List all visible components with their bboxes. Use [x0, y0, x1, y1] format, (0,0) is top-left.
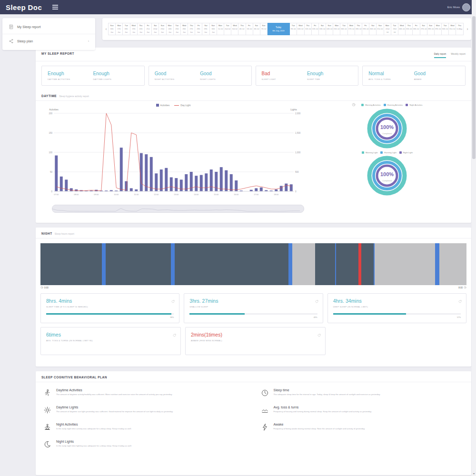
tab-weekly-report[interactable]: Weekly report [451, 52, 466, 58]
stat-label: DEEP SLEEP (IN NORMAL LIMIT) [333, 306, 461, 308]
date-cell[interactable]: Wed31st Jul [449, 23, 456, 35]
plan-item-daytime-lights: Daytime Lights The amount of daytime sun… [42, 402, 248, 419]
summary-metric: Good NIGHT LIGHTS [200, 71, 245, 80]
date-cell[interactable]: Sun21st Jul [377, 23, 384, 35]
date-cell[interactable]: Thu4th Jul [238, 23, 246, 35]
scroll-down-icon[interactable]: ⌄ [472, 471, 476, 475]
date-cell[interactable]: Wed17th Jul [348, 23, 355, 35]
date-cell[interactable]: Tue2nd Jul [224, 23, 231, 35]
summary-metric: Normal AVG. TOSS & TURNS [368, 71, 414, 80]
date-cell[interactable]: Sun16th Jun [108, 23, 116, 35]
date-cell-today[interactable]: Today8th July, 2019 [268, 23, 290, 35]
summary-label: DAYTIME LIGHTS [93, 78, 138, 80]
lights-donut-block: Morning Light Evening Light Night Light … [362, 151, 413, 197]
date-cell[interactable]: Sat29th Jun [202, 23, 209, 35]
plan-item-desc: In the early night time lighting was ade… [56, 445, 132, 447]
date-cell[interactable]: Thu1st Aug [456, 23, 463, 35]
svg-text:10:00: 10:00 [114, 193, 119, 196]
date-cell[interactable]: Thu25th Jul [406, 23, 413, 35]
date-cell[interactable]: Sun28th Jul [427, 23, 435, 35]
date-cell[interactable]: Tue16th Jul [340, 23, 347, 35]
date-cell[interactable]: Thu27th Jun [188, 23, 195, 35]
summary-card: Enough DAYTIME ACTIVITIES Enough DAYTIME… [41, 66, 145, 86]
date-cell[interactable]: Thu20th Jun [138, 23, 145, 35]
hamburger-menu-icon[interactable] [52, 4, 58, 11]
date-cell[interactable]: Mon22nd Jul [384, 23, 391, 35]
svg-text:200: 200 [49, 112, 52, 115]
date-cell[interactable]: Sun7th Jul [260, 23, 268, 35]
date-cell[interactable]: Fri26th Jul [413, 23, 420, 35]
date-cell[interactable]: Sun30th Jun [210, 23, 217, 35]
summary-label: NIGHT ACTIVITIES [155, 78, 200, 80]
date-cell[interactable]: Wed3rd Jul [231, 23, 238, 35]
summary-metric: Enough DAYTIME LIGHTS [93, 71, 138, 80]
scrollbar-thumb[interactable] [472, 16, 476, 159]
tab-daily-report[interactable]: Daily report [434, 52, 446, 58]
sidebar-item-my-sleep-report[interactable]: My Sleep report [2, 20, 95, 34]
chevron-left-icon[interactable]: ‹ [104, 27, 108, 31]
date-cell[interactable]: Sat22nd Jun [152, 23, 159, 35]
stat-label: SLEEP TIME (8~9.5 SLEEP IS NEEDED) [46, 306, 174, 308]
summary-card: Good NIGHT ACTIVITIES Good NIGHT LIGHTS [149, 66, 252, 86]
date-cell[interactable]: Fri19th Jul [362, 23, 369, 35]
svg-text:100: 100 [49, 151, 52, 154]
date-cell[interactable]: Tue23rd Jul [391, 23, 398, 35]
date-cell[interactable]: Fri21st Jun [145, 23, 152, 35]
plan-item-desc: In the early night time activity was ade… [56, 427, 131, 430]
date-cell[interactable]: Sun14th Jul [326, 23, 333, 35]
summary-label: NIGHT LIGHTS [200, 78, 245, 80]
donut-charts: Morning Activities Evening Activities Ni… [307, 102, 467, 213]
date-cell[interactable]: Mon15th Jul [333, 23, 340, 35]
date-cell[interactable]: Tue25th Jun [174, 23, 181, 35]
date-cell[interactable]: Tue30th Jul [442, 23, 449, 35]
plan-item-desc: The amount of daytime activity/mobility … [56, 393, 172, 396]
date-cell[interactable]: Sat6th Jul [253, 23, 260, 35]
plan-panel: SLEEP COGNITIVE BEHAVIORAL PLAN Daytime … [36, 371, 471, 475]
date-cell[interactable]: Sun23rd Jun [159, 23, 166, 35]
stat-card: 6times AVG. TOSS & TURNS (IN NORMAL LIMI… [40, 327, 181, 355]
date-cell[interactable]: Fri12th Jul [312, 23, 319, 35]
date-cell[interactable]: Sat20th Jul [369, 23, 377, 35]
date-cell[interactable]: Wed10th Jul [297, 23, 304, 35]
summary-label: SLEEP TIME [307, 78, 352, 80]
moon-icon [43, 440, 51, 448]
date-cell[interactable]: Sat27th Jul [420, 23, 427, 35]
sleep-segment-deep [106, 243, 171, 285]
sleep-segment-toss [435, 243, 440, 285]
date-cell[interactable]: Wed26th Jun [181, 23, 188, 35]
svg-text:0: 0 [51, 190, 52, 193]
date-cell[interactable]: Mon24th Jun [167, 23, 174, 35]
date-cell[interactable]: Wed24th Jul [398, 23, 406, 35]
toss-turn-icon [261, 406, 269, 414]
chevron-right-icon[interactable]: › [466, 27, 469, 31]
date-cell[interactable]: Thu18th Jul [355, 23, 362, 35]
stat-value: 3hrs. 27mins [189, 298, 317, 304]
svg-text:0: 0 [295, 190, 297, 193]
sidebar-item-sleep-plan[interactable]: Sleep plan› [2, 34, 95, 48]
date-cell[interactable]: Fri28th Jun [195, 23, 202, 35]
progress-fill [333, 313, 406, 315]
page-scrollbar[interactable]: ⌄ [472, 0, 476, 476]
summary-value: Enough [93, 71, 138, 76]
svg-text:08:00: 08:00 [74, 193, 79, 196]
date-cell[interactable]: Wed19th Jun [130, 23, 138, 35]
date-cell[interactable]: Sat13th Jul [319, 23, 326, 35]
plan-item-title: Awake [274, 423, 365, 426]
svg-text:1,000: 1,000 [295, 151, 301, 154]
svg-text:16:00: 16:00 [234, 193, 239, 196]
report-panel: MY SLEEP REPORT Daily reportWeekly repor… [36, 48, 471, 223]
date-cell[interactable]: Fri5th Jul [246, 23, 253, 35]
date-cell[interactable]: Mon1st Jul [217, 23, 224, 35]
date-cell[interactable]: Tue9th Jul [290, 23, 297, 35]
date-cell[interactable]: Mon29th Jul [435, 23, 442, 35]
date-cell[interactable]: Tue18th Jun [123, 23, 130, 35]
plan-item-title: Avg. toss & turns [274, 406, 372, 409]
chevron-right-icon: › [88, 40, 89, 43]
chart-range-selector[interactable] [52, 205, 304, 213]
plan-items: Daytime Activities The amount of daytime… [36, 382, 471, 456]
date-strip: ‹ Sun16th JunMon17th JunTue18th JunWed19… [102, 18, 471, 40]
date-cell[interactable]: Thu11th Jul [305, 23, 312, 35]
avatar[interactable] [462, 3, 470, 11]
date-cell[interactable]: Mon17th Jun [116, 23, 123, 35]
summary-value: Good [200, 71, 245, 76]
